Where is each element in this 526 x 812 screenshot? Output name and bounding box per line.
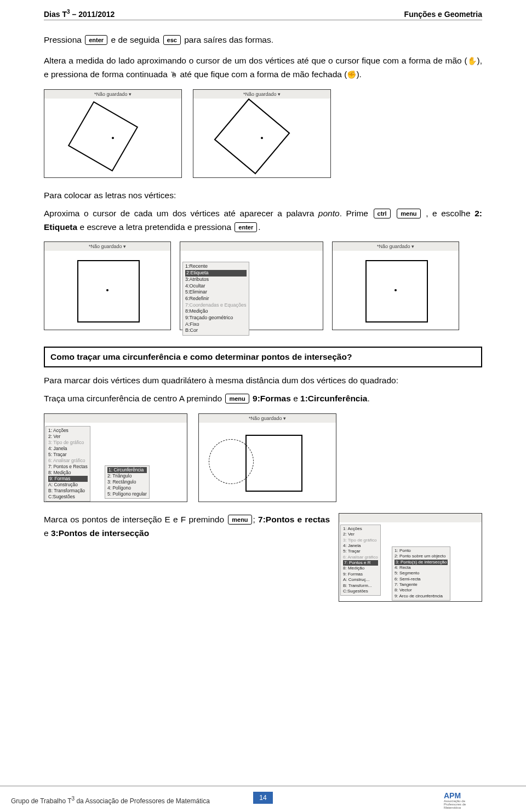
p7-text-c: e — [44, 528, 51, 538]
paragraph-7: Marca os pontos de interseção E e F prem… — [44, 513, 330, 540]
content-body: Pressiona enter e de seguida esc para sa… — [44, 33, 482, 602]
page-header: Dias T3 – 2011/2012 Funções e Geometria — [44, 9, 482, 20]
menu-item-disabled: 7:Coordenadas e Equações — [185, 302, 247, 309]
p7-text-a: Marca os pontos de interseção E e F prem… — [44, 515, 227, 524]
menu-item: 7: Tangente — [395, 582, 448, 588]
shot-titlebar: *Não guardado ▾ — [193, 90, 330, 99]
menu-item: A: Construção — [48, 482, 88, 488]
menu-formas-right: 1: Circunferência 2: Triângulo 3: Rectân… — [105, 465, 150, 499]
menu-item: 2: Ver — [343, 532, 378, 537]
menu-item: 2: Ver — [48, 434, 88, 440]
context-menu-etiqueta: 1:Recente 2:Etiqueta 3:Atributos 4:Ocult… — [182, 262, 249, 336]
paragraph-2: Altera a medida do lado aproximando o cu… — [44, 54, 482, 82]
key-enter: enter — [85, 35, 107, 45]
key-enter: enter — [235, 222, 257, 232]
p6-text-a: Traça uma circunferência de centro A pre… — [44, 394, 224, 403]
p6-text-c: e — [291, 394, 300, 403]
p4-text-e: . — [258, 222, 260, 232]
menu-item-highlighted: 3: Ponto(s) de intersecção — [395, 560, 448, 565]
screenshot-label-ponto: *Não guardado ▾ — [44, 241, 171, 330]
key-menu: menu — [228, 515, 251, 525]
p6-bold1: 9:Formas — [253, 394, 291, 403]
menu-item: 9: Arco de circunferência — [395, 594, 448, 599]
shot-title: *Não guardado ▾ — [89, 243, 126, 250]
header-right: Funções e Geometria — [404, 10, 482, 19]
p4-text-d: e escreve a letra pretendida e pressiona — [77, 222, 233, 232]
shot-title: *Não guardado ▾ — [94, 90, 132, 98]
footer-prefix: Grupo de Trabalho T — [11, 797, 72, 805]
screenshot-square-closed-hand: *Não guardado ▾ — [193, 89, 331, 178]
screenshot-menu-etiqueta: 1:Recente 2:Etiqueta 3:Atributos 4:Ocult… — [180, 241, 323, 330]
shot-title: *Não guardado ▾ — [377, 243, 414, 250]
menu-item: 1: Acções — [48, 428, 88, 434]
header-left-prefix: Dias T — [44, 10, 67, 19]
paragraph-6: Traça uma circunferência de centro A pre… — [44, 392, 482, 406]
menu-pontos-left: 1: Acções 2: Ver 3: Tipo de gráfico 4: J… — [340, 525, 381, 596]
menu-item: 4: Janela — [48, 446, 88, 452]
footer-logo: APM Associação de Professores de Matemát… — [444, 792, 482, 809]
logo-apm-sub: Associação de Professores de Matemática — [444, 799, 482, 809]
menu-item: A: Construç... — [343, 577, 378, 583]
footer-page-number: 14 — [253, 792, 273, 804]
p6-bold2: 1:Circunferência — [300, 394, 367, 403]
menu-item: 3:Atributos — [185, 277, 247, 283]
p1-text-a: Pressiona — [44, 35, 84, 44]
menu-item: 7: Pontos e Rectas — [48, 464, 88, 470]
shot-titlebar — [44, 414, 187, 423]
menu-item-highlighted: 2:Etiqueta — [185, 270, 247, 277]
menu-item: 4: Polígono — [107, 485, 147, 491]
menu-item: 2: Triângulo — [107, 473, 147, 479]
menu-item: 8: Vector — [395, 588, 448, 593]
p7-bold2: 3:Pontos de intersecção — [51, 528, 149, 538]
key-menu: menu — [225, 394, 249, 404]
p2-text-c: até que fique com a forma de mão fechada… — [178, 70, 347, 79]
menu-item-highlighted: 1: Circunferência — [107, 467, 147, 473]
menu-item: 8: Medição — [48, 470, 88, 476]
footer-text: Grupo de Trabalho T3 da Associação de Pr… — [11, 796, 444, 805]
menu-item: 1:Recente — [185, 263, 247, 270]
menu-item-highlighted: 7: Pontos e R — [343, 560, 378, 566]
header-left-suffix: – 2011/2012 — [70, 10, 115, 19]
menu-item-disabled: 3: Tipo de gráfico — [48, 440, 88, 446]
menu-item: 5:Eliminar — [185, 289, 247, 296]
menu-item: B: Transform... — [343, 583, 378, 589]
screenshot-row-3: 1: Acções 2: Ver 3: Tipo de gráfico 4: J… — [44, 413, 482, 502]
box-question: Como traçar uma circunferência e como de… — [50, 351, 476, 363]
paragraph-4: Aproxima o cursor de cada um dos vértice… — [44, 207, 482, 234]
hand-open-icon: ✋ — [467, 56, 477, 65]
screenshot-row-1: *Não guardado ▾ *Não guardado ▾ — [44, 89, 482, 178]
p7-bold1: 7:Pontos e rectas — [258, 515, 330, 524]
section-box: Como traçar uma circunferência e como de… — [44, 347, 482, 367]
header-left: Dias T3 – 2011/2012 — [44, 9, 115, 19]
screenshot-square-open-hand: *Não guardado ▾ — [44, 89, 182, 178]
shot-title: *Não guardado ▾ — [249, 414, 286, 422]
menu-item: 8:Medição — [185, 308, 247, 315]
shot-titlebar: *Não guardado ▾ — [199, 414, 336, 423]
key-menu: menu — [397, 209, 420, 218]
p4-text-a: Aproxima o cursor de cada um dos vértice… — [44, 209, 318, 218]
menu-item: 5: Traçar — [48, 452, 88, 458]
hand-closed-icon: ✊ — [347, 70, 356, 79]
menu-item-disabled: 3: Tipo de gráfico — [343, 538, 378, 543]
menu-pontos-right: 1: Ponto 2: Ponto sobre um objecto 3: Po… — [392, 546, 450, 601]
p4-text-b: . Prime — [340, 209, 373, 218]
menu-item: 2: Ponto sobre um objecto — [395, 554, 448, 559]
menu-item-disabled: 6: Analisar gráfico — [48, 458, 88, 464]
paragraph-7-wrap: Marca os pontos de interseção E e F prem… — [44, 513, 482, 602]
page-footer: Grupo de Trabalho T3 da Associação de Pr… — [0, 786, 526, 812]
menu-item: 3: Rectângulo — [107, 479, 147, 485]
page-root: Dias T3 – 2011/2012 Funções e Geometria … — [0, 0, 526, 812]
footer-suffix: da Associação de Professores de Matemáti… — [75, 797, 210, 805]
menu-item: 4: Recta — [395, 565, 448, 571]
shot-titlebar: *Não guardado ▾ — [44, 90, 181, 99]
paragraph-1: Pressiona enter e de seguida esc para sa… — [44, 33, 482, 47]
p2-text-d: ). — [356, 70, 361, 79]
menu-item-highlighted: 9: Formas — [48, 476, 88, 482]
p1-text-c: para saíres das formas. — [184, 35, 273, 44]
p2-text-a: Altera a medida do lado aproximando o cu… — [44, 56, 467, 65]
key-ctrl: ctrl — [374, 209, 391, 218]
key-esc: esc — [163, 35, 181, 45]
menu-item: C:Sugestões — [343, 589, 378, 594]
shot-titlebar — [180, 242, 323, 251]
menu-item: 5: Traçar — [343, 549, 378, 554]
